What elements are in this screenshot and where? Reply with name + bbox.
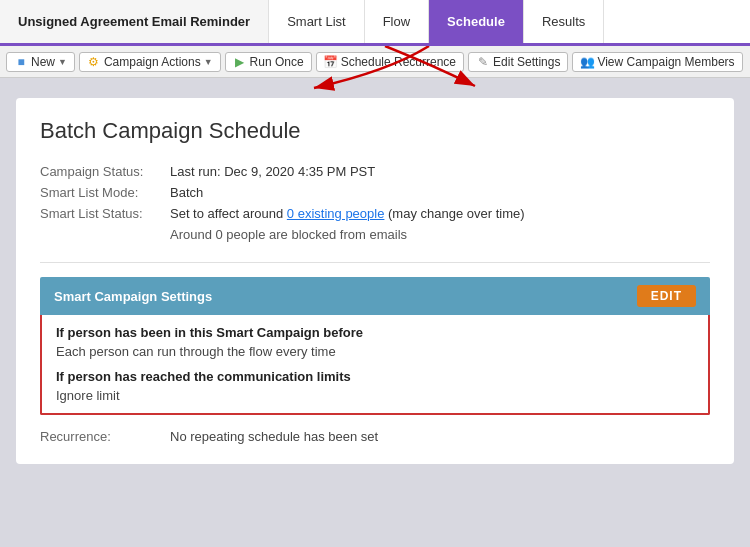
campaign-actions-icon: ⚙ — [87, 55, 101, 69]
new-label: New — [31, 55, 55, 69]
existing-people-link[interactable]: 0 existing people — [287, 206, 385, 221]
run-once-icon: ▶ — [233, 55, 247, 69]
results-tab-label: Results — [542, 14, 585, 29]
flow-tab-label: Flow — [383, 14, 410, 29]
smart-list-mode-value: Batch — [170, 185, 203, 200]
been-before-title: If person has been in this Smart Campaig… — [56, 325, 694, 340]
edit-settings-button[interactable]: ✎ Edit Settings — [468, 52, 568, 72]
smart-list-status-row: Smart List Status: Set to affect around … — [40, 206, 710, 221]
campaign-actions-caret: ▼ — [204, 57, 213, 67]
tab-flow[interactable]: Flow — [365, 0, 429, 43]
smart-campaign-settings: Smart Campaign Settings EDIT If person h… — [40, 277, 710, 415]
settings-body: If person has been in this Smart Campaig… — [40, 315, 710, 415]
schedule-recurrence-label: Schedule Recurrence — [341, 55, 456, 69]
edit-button[interactable]: EDIT — [637, 285, 696, 307]
view-campaign-members-button[interactable]: 👥 View Campaign Members — [572, 52, 742, 72]
tab-smart-list[interactable]: Smart List — [269, 0, 365, 43]
schedule-tab-label: Schedule — [447, 14, 505, 29]
campaign-actions-label: Campaign Actions — [104, 55, 201, 69]
tab-schedule[interactable]: Schedule — [429, 0, 524, 43]
smart-list-status-post: (may change over time) — [384, 206, 524, 221]
campaign-status-value: Last run: Dec 9, 2020 4:35 PM PST — [170, 164, 375, 179]
recurrence-label: Recurrence: — [40, 429, 170, 444]
campaign-status-row: Campaign Status: Last run: Dec 9, 2020 4… — [40, 164, 710, 179]
view-members-icon: 👥 — [580, 55, 594, 69]
smart-list-mode-label: Smart List Mode: — [40, 185, 170, 200]
settings-section-label: Smart Campaign Settings — [54, 289, 212, 304]
campaign-status-label: Campaign Status: — [40, 164, 170, 179]
recurrence-row: Recurrence: No repeating schedule has be… — [40, 429, 710, 444]
comm-limits-title: If person has reached the communication … — [56, 369, 694, 384]
recurrence-value: No repeating schedule has been set — [170, 429, 378, 444]
schedule-recurrence-button[interactable]: 📅 Schedule Recurrence — [316, 52, 464, 72]
page-title: Batch Campaign Schedule — [40, 118, 710, 144]
campaign-actions-button[interactable]: ⚙ Campaign Actions ▼ — [79, 52, 221, 72]
smart-list-status-value: Set to affect around 0 existing people (… — [170, 206, 525, 221]
comm-limits-value: Ignore limit — [56, 388, 694, 403]
app-title-tab: Unsigned Agreement Email Reminder — [18, 14, 250, 29]
toolbar: ■ New ▼ ⚙ Campaign Actions ▼ ▶ Run Once … — [0, 46, 750, 78]
settings-header: Smart Campaign Settings EDIT — [40, 277, 710, 315]
tab-results[interactable]: Results — [524, 0, 604, 43]
run-once-button[interactable]: ▶ Run Once — [225, 52, 312, 72]
new-button[interactable]: ■ New ▼ — [6, 52, 75, 72]
smart-list-tab-label: Smart List — [287, 14, 346, 29]
view-members-label: View Campaign Members — [597, 55, 734, 69]
smart-list-status-label: Smart List Status: — [40, 206, 170, 221]
smart-list-mode-row: Smart List Mode: Batch — [40, 185, 710, 200]
edit-settings-icon: ✎ — [476, 55, 490, 69]
tab-name[interactable]: Unsigned Agreement Email Reminder — [0, 0, 269, 43]
edit-settings-label: Edit Settings — [493, 55, 560, 69]
been-before-value: Each person can run through the flow eve… — [56, 344, 694, 359]
main-content: Batch Campaign Schedule Campaign Status:… — [0, 78, 750, 547]
blocked-people-text: Around 0 people are blocked from emails — [170, 227, 710, 242]
new-icon: ■ — [14, 55, 28, 69]
info-section: Campaign Status: Last run: Dec 9, 2020 4… — [40, 164, 710, 263]
run-once-label: Run Once — [250, 55, 304, 69]
top-navigation: Unsigned Agreement Email Reminder Smart … — [0, 0, 750, 46]
smart-list-status-pre: Set to affect around — [170, 206, 287, 221]
content-card: Batch Campaign Schedule Campaign Status:… — [16, 98, 734, 464]
schedule-recurrence-icon: 📅 — [324, 55, 338, 69]
new-caret: ▼ — [58, 57, 67, 67]
